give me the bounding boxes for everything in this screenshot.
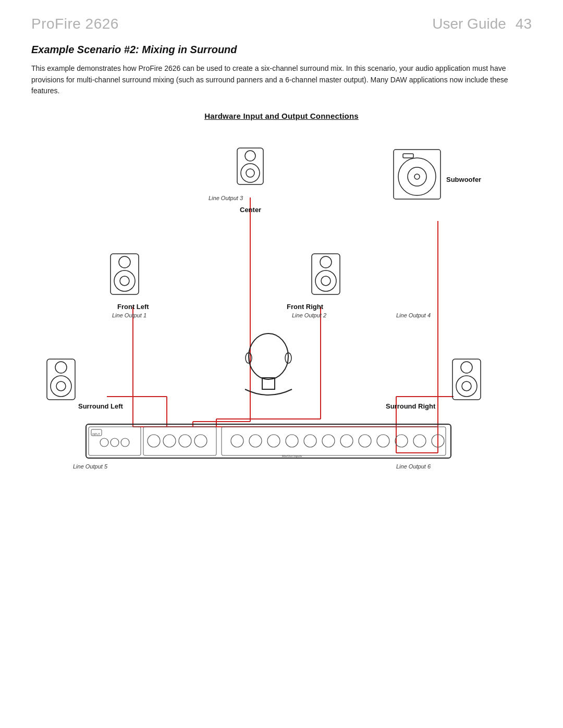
svg-point-25 [320,256,332,268]
header-guide: User Guide [432,16,506,32]
svg-point-55 [179,435,191,447]
svg-point-51 [121,438,129,447]
speaker-subwoofer [394,150,440,199]
svg-rect-32 [403,154,413,158]
svg-rect-33 [47,359,75,400]
svg-point-68 [413,435,426,447]
svg-point-27 [321,276,331,286]
svg-point-50 [111,438,119,447]
svg-rect-16 [237,148,263,184]
svg-rect-52 [143,427,216,455]
subwoofer-output-label: Line Output 4 [396,312,431,318]
svg-text:INPUT: INPUT [92,433,100,436]
diagram-area: .red-line { stroke: #cc2222; stroke-widt… [31,130,532,505]
page: ProFire 2626 User Guide 43 Example Scena… [0,0,563,728]
svg-point-64 [340,435,353,447]
speaker-surround-right [452,359,481,400]
svg-text:Mix/Out Inputs: Mix/Out Inputs [282,454,302,458]
svg-point-26 [315,270,336,291]
svg-point-58 [231,435,243,447]
center-output-label: Line Output 3 [209,195,243,201]
section-title: Example Scenario #2: Mixing in Surround [31,44,532,56]
speaker-surround-left [47,359,75,400]
speaker-front-right [312,254,340,294]
svg-point-21 [119,256,130,268]
svg-point-22 [114,270,135,291]
svg-rect-46 [89,427,141,455]
svg-point-31 [414,174,420,179]
svg-point-59 [249,435,262,447]
svg-point-35 [51,376,71,397]
svg-point-17 [245,151,255,161]
subsection-title: Hardware Input and Output Connections [31,112,532,120]
header: ProFire 2626 User Guide 43 [31,16,532,32]
surround-right-output-label: Line Output 6 [396,463,431,470]
svg-point-30 [408,167,426,186]
svg-point-19 [246,169,254,177]
diagram-svg: .red-line { stroke: #cc2222; stroke-widt… [31,130,532,505]
header-right: User Guide 43 [432,16,532,32]
svg-point-66 [377,435,389,447]
front-left-output-label: Line Output 1 [112,312,146,318]
svg-point-63 [322,435,335,447]
svg-point-54 [163,435,176,447]
surround-left-speaker-label: Surround Left [78,402,124,410]
svg-point-60 [267,435,280,447]
svg-point-61 [286,435,298,447]
front-right-output-label: Line Output 2 [292,312,326,318]
speaker-center [237,148,263,184]
svg-point-38 [461,362,472,373]
center-speaker-label: Center [240,206,261,214]
svg-point-67 [395,435,408,447]
speaker-front-left [111,254,139,294]
svg-point-49 [100,438,108,447]
svg-rect-20 [111,254,139,294]
svg-point-62 [304,435,316,447]
svg-point-34 [55,362,67,373]
svg-rect-37 [452,359,481,400]
body-text: This example demonstrates how ProFire 26… [31,63,532,97]
front-right-speaker-label: Front Right [287,303,324,311]
svg-point-40 [462,381,471,391]
subwoofer-speaker-label: Subwoofer [446,176,481,183]
front-left-speaker-label: Front Left [117,303,149,311]
svg-point-36 [56,381,66,391]
surround-right-speaker-label: Surround Right [386,402,436,410]
svg-point-41 [249,334,288,379]
svg-rect-57 [222,427,446,455]
svg-point-23 [120,276,129,286]
svg-point-53 [148,435,160,447]
svg-point-39 [456,376,477,397]
header-page: 43 [516,16,532,32]
head-silhouette [245,334,292,395]
svg-rect-24 [312,254,340,294]
surround-left-output-label: Line Output 5 [73,463,108,470]
svg-point-56 [194,435,207,447]
header-title: ProFire 2626 [31,16,119,32]
svg-point-29 [398,158,436,195]
svg-point-65 [359,435,371,447]
svg-point-18 [241,164,260,182]
